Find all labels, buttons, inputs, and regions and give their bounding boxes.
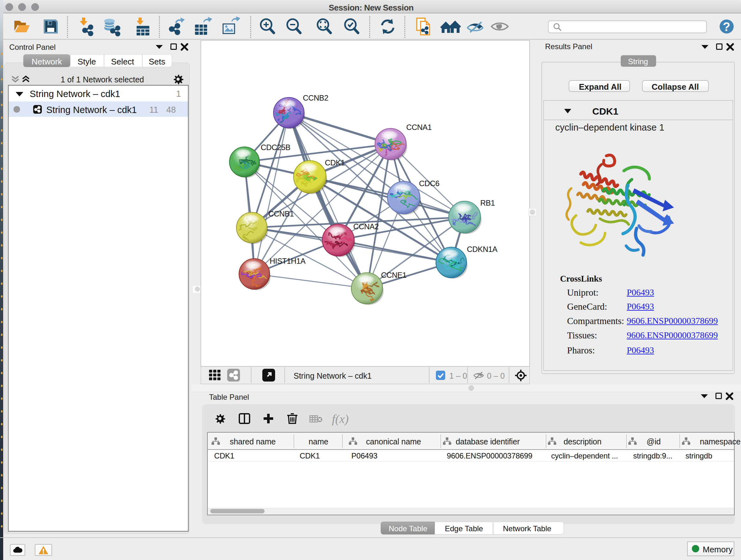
svg-text:CDC6: CDC6 — [419, 179, 440, 188]
svg-text:CDC25B: CDC25B — [261, 143, 290, 152]
svg-text:RB1: RB1 — [480, 199, 495, 207]
svg-text:CCNB2: CCNB2 — [303, 94, 328, 102]
svg-text:CCNB1: CCNB1 — [268, 209, 294, 218]
svg-text:HIST1H1A: HIST1H1A — [270, 257, 306, 265]
svg-text:CDKN1A: CDKN1A — [467, 245, 497, 253]
svg-text:CDK1: CDK1 — [325, 159, 345, 167]
svg-text:CCNE1: CCNE1 — [381, 271, 407, 279]
svg-text:CCNA2: CCNA2 — [353, 222, 379, 231]
svg-text:CCNA1: CCNA1 — [406, 123, 432, 132]
